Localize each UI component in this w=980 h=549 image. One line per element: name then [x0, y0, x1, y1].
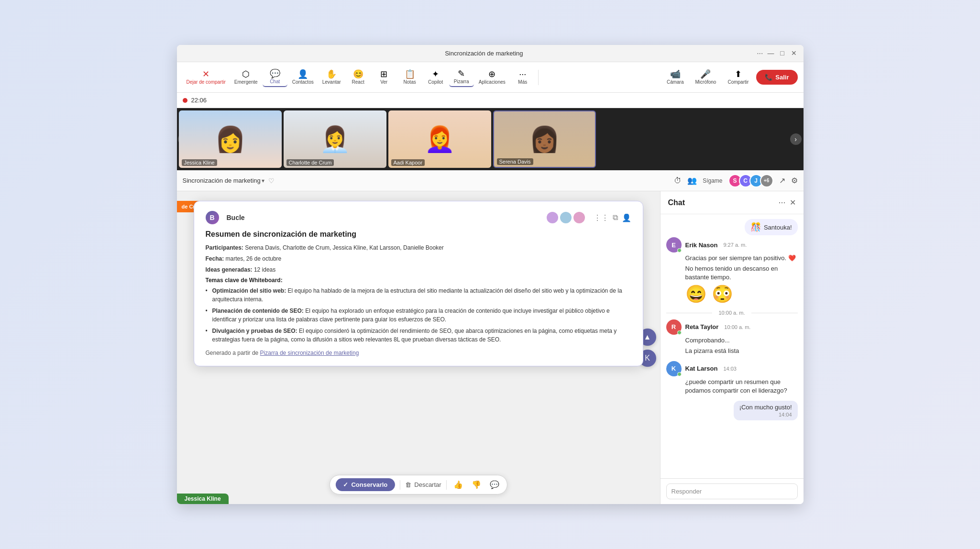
copilot-button[interactable]: ✦ Copilot	[423, 68, 448, 87]
chat-reply-input[interactable]: Responder	[661, 478, 804, 504]
camara-label: Cámara	[667, 79, 684, 85]
main-content: de Crum Pruebas y divulgación de SEO Cha…	[177, 191, 804, 504]
action-bar: ✓ Conservarlo 🗑 Descartar 👍 👎 💬	[329, 475, 507, 494]
reta-msg-header: R Reta Taylor 10:00 a. m.	[666, 319, 798, 335]
settings-icon[interactable]: ⚙	[791, 176, 798, 185]
aplicaciones-label: Aplicaciones	[479, 79, 506, 85]
title-bar-controls: ··· — □ ✕	[757, 49, 797, 58]
erik-emojis: 😄 😳	[666, 284, 798, 304]
chat-more-icon[interactable]: ···	[778, 198, 785, 208]
aplicaciones-button[interactable]: ⊕ Aplicaciones	[475, 68, 509, 87]
chat-header: Chat ··· ✕	[661, 191, 804, 214]
close-button[interactable]: ✕	[790, 49, 798, 57]
cp-b3-bold: Divulgación y pruebas de SEO:	[212, 328, 297, 334]
maximize-button[interactable]: □	[779, 49, 786, 57]
pizarra-icon: ✎	[458, 69, 465, 78]
reta-online-dot	[677, 330, 682, 335]
check-icon: ✓	[343, 481, 348, 488]
cp-copy-icon[interactable]: ⧉	[613, 213, 618, 222]
cp-brand-label: Bucle	[227, 214, 245, 221]
chat-button[interactable]: 💬 Chat	[263, 67, 287, 87]
mas-label: Más	[518, 79, 527, 85]
video-nav-right[interactable]: ›	[790, 133, 802, 145]
reta-msg-body2: La pizarra está lista	[666, 347, 798, 355]
react-button[interactable]: 😊 React	[346, 68, 371, 87]
share-icon[interactable]: ↗	[779, 176, 785, 185]
thumbs-down-button[interactable]: 👎	[470, 479, 483, 490]
self-bubble: ¡Con mucho gusto! 14:04	[666, 401, 798, 420]
dejar-label: Dejar de compartir	[187, 79, 226, 85]
self-bubble-text: ¡Con mucho gusto! 14:04	[734, 401, 798, 420]
people-icon[interactable]: 👥	[687, 176, 697, 185]
levantar-button[interactable]: ✋ Levantar	[319, 68, 345, 87]
reta-avatar: R	[666, 319, 682, 335]
sigame-label: Sígame	[703, 177, 722, 184]
mas-icon: ···	[519, 70, 526, 78]
kat-avatar: K	[666, 361, 682, 376]
cp-icons: ⋮⋮ ⧉ 👤	[594, 213, 631, 222]
mas-button[interactable]: ··· Más	[510, 68, 535, 87]
compartir-label: Compartir	[727, 79, 749, 85]
kat-msg-header: K Kat Larson 14:03	[666, 361, 798, 376]
santouka-bubble: 🎊 Santouka!	[661, 214, 804, 237]
microfono-button[interactable]: 🎤 Micrófono	[692, 68, 720, 87]
ver-label: Ver	[380, 79, 387, 85]
cp-apps-icon[interactable]: ⋮⋮	[594, 213, 609, 222]
timer-icon[interactable]: ⏱	[674, 176, 682, 185]
cp-footer: Generado a partir de Pizarra de sincroni…	[206, 350, 631, 356]
reta-time: 10:00 a. m.	[724, 324, 750, 330]
descartar-label: Descartar	[414, 481, 441, 488]
title-more-icon[interactable]: ···	[757, 49, 763, 58]
erik-online-dot	[677, 248, 682, 253]
microfono-icon: 🎤	[700, 70, 711, 78]
cp-temas-label: Temas clave de Whiteboard:	[206, 277, 631, 284]
dejar-compartir-button[interactable]: ✕ Dejar de compartir	[183, 68, 230, 87]
camara-button[interactable]: 📹 Cámara	[663, 68, 688, 87]
conservar-button[interactable]: ✓ Conservarlo	[335, 478, 395, 491]
self-bubble-inner: ¡Con mucho gusto! 14:04	[734, 401, 798, 420]
cp-meta-fecha: Fecha: martes, 26 de octubre	[206, 254, 631, 264]
ver-button[interactable]: ⊞ Ver	[372, 68, 396, 87]
descartar-button[interactable]: 🗑 Descartar	[405, 481, 441, 488]
bookmark-icon[interactable]: ♡	[268, 177, 275, 185]
recording-bar: 22:06	[177, 93, 804, 108]
erik-time: 9:27 a. m.	[723, 242, 747, 248]
aplicaciones-icon: ⊕	[488, 70, 496, 78]
meeting-caret-icon[interactable]: ▾	[262, 177, 264, 184]
video-card-aadi[interactable]: 👩‍🦰 Aadi Kapoor	[388, 110, 491, 168]
video-card-charlotte[interactable]: 👩‍💼 Charlotte de Crum	[284, 110, 386, 168]
compartir-button[interactable]: ⬆ Compartir	[724, 68, 752, 87]
chat-msg-reta: R Reta Taylor 10:00 a. m. Comprobando...…	[666, 319, 798, 355]
cp-person-icon[interactable]: 👤	[622, 213, 631, 222]
erik-msg-body2: No hemos tenido un descanso en bastante …	[666, 264, 798, 282]
pizarra-button[interactable]: ✎ Pizarra	[449, 67, 474, 87]
notas-button[interactable]: 📋 Notas	[397, 68, 422, 87]
window-title: Sincronización de marketing	[211, 50, 757, 57]
video-card-jessica[interactable]: 👩 Jessica Kline	[179, 110, 282, 168]
minimize-button[interactable]: —	[767, 49, 775, 57]
meeting-actions: ⏱ 👥 Sígame S C J +6 ↗ ⚙	[674, 174, 797, 187]
video-card-serena[interactable]: 👩🏾 Serena Davis	[493, 110, 596, 168]
thumbs-up-button[interactable]: 👍	[451, 479, 465, 490]
levantar-icon: ✋	[326, 70, 337, 78]
cp-b2-bold: Planeación de contenido de SEO:	[212, 307, 304, 314]
cp-footer-link[interactable]: Pizarra de sincronización de marketing	[260, 350, 359, 356]
salir-phone-icon: 📞	[765, 74, 772, 81]
cp-ideas-label: Ideas generadas:	[206, 266, 253, 273]
whiteboard-area[interactable]: de Crum Pruebas y divulgación de SEO Cha…	[177, 191, 660, 504]
chat-close-icon[interactable]: ✕	[790, 198, 796, 207]
react-label: React	[352, 79, 364, 85]
toolbar-right: 📹 Cámara 🎤 Micrófono ⬆ Compartir 📞 Salir	[663, 68, 798, 87]
santouka-text: Santouka!	[764, 224, 792, 231]
cp-av2	[560, 212, 572, 223]
chat-label: Chat	[270, 79, 280, 84]
emergente-button[interactable]: ⬡ Emergente	[231, 68, 262, 87]
cp-right-controls: ⋮⋮ ⧉ 👤	[547, 212, 631, 223]
levantar-label: Levantar	[322, 79, 341, 85]
contactos-button[interactable]: 👤 Contactos	[288, 68, 318, 87]
cp-logo: B	[206, 211, 219, 224]
salir-label: Salir	[775, 74, 789, 81]
reply-box[interactable]: Responder	[666, 483, 798, 499]
salir-button[interactable]: 📞 Salir	[756, 70, 797, 85]
feedback-button[interactable]: 💬	[488, 479, 501, 490]
